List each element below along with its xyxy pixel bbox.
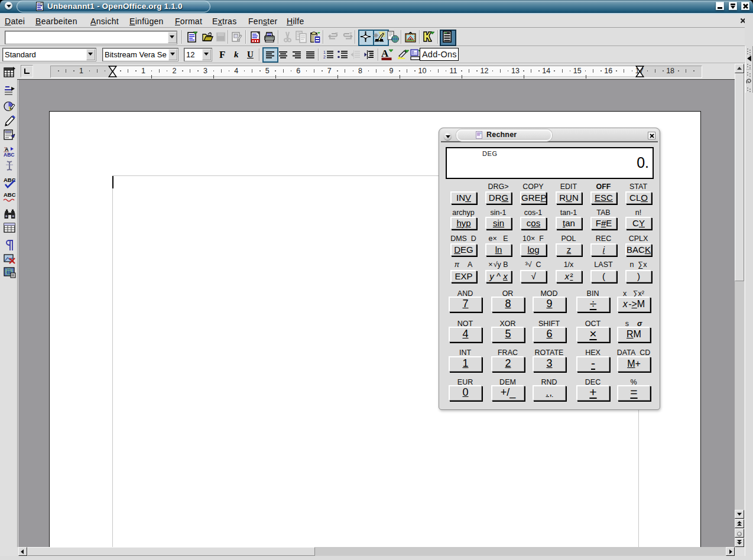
svg-text:ABC: ABC xyxy=(4,152,14,158)
svg-text:1: 1 xyxy=(323,50,326,54)
svg-text:A: A xyxy=(381,48,389,59)
svg-text:2: 2 xyxy=(323,55,326,59)
svg-text:ABC: ABC xyxy=(4,191,16,198)
svg-text:ABC: ABC xyxy=(4,177,16,183)
